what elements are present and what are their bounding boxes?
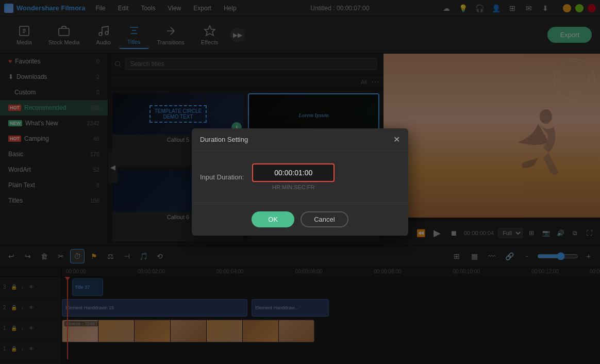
dialog-input-group: HR:MIN:SEC:FR xyxy=(252,163,335,190)
dialog-header: Duration Setting ✕ xyxy=(192,128,408,151)
dialog-body: Input Duration: HR:MIN:SEC:FR xyxy=(192,151,408,203)
dialog-hint: HR:MIN:SEC:FR xyxy=(252,184,335,190)
dialog-title: Duration Setting xyxy=(200,136,248,143)
dialog-overlay: Duration Setting ✕ Input Duration: HR:MI… xyxy=(0,0,600,364)
duration-dialog: Duration Setting ✕ Input Duration: HR:MI… xyxy=(192,128,408,236)
dialog-footer: OK Cancel xyxy=(192,203,408,236)
dialog-close-button[interactable]: ✕ xyxy=(393,135,400,144)
dialog-label: Input Duration: xyxy=(200,173,244,181)
duration-input[interactable] xyxy=(252,163,335,182)
ok-button[interactable]: OK xyxy=(252,211,294,227)
cancel-button[interactable]: Cancel xyxy=(301,211,348,227)
